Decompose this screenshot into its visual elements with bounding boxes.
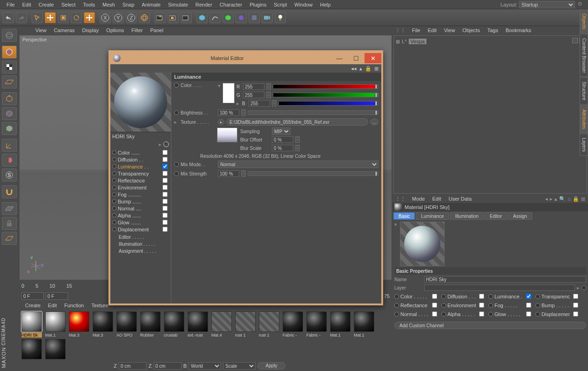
texture-mode-icon[interactable] [2,61,17,74]
material-swatch[interactable]: Rubber [139,311,162,337]
layout-select[interactable]: Startup [519,1,575,8]
camera-icon[interactable] [262,12,273,23]
maximize-icon[interactable]: ☐ [348,53,365,63]
blur-scale-input[interactable] [272,145,293,151]
channel-bump-checkbox[interactable] [573,303,578,308]
coord-z1-input[interactable] [119,362,147,370]
attr-nav-icon[interactable]: ◂ [545,196,548,202]
menu-snap[interactable]: Snap [119,0,138,9]
dlg-channel-environment[interactable]: Environment [112,184,169,191]
channel-color-checkbox[interactable] [432,294,437,299]
spline-icon[interactable] [210,12,221,23]
material-layer-input[interactable] [424,284,575,291]
dlg-channel-fog[interactable]: Fog ......... [112,191,169,198]
tab-editor[interactable]: Editor [485,212,507,220]
texture-browse-icon[interactable]: … [370,119,378,125]
menu-plugins[interactable]: Plugins [246,0,270,9]
3d-snap-icon[interactable] [2,232,17,245]
move-icon[interactable] [45,12,56,23]
make-editable-icon[interactable] [2,29,17,42]
channel-normal-checkbox[interactable] [432,311,437,317]
undo-icon[interactable] [3,12,14,23]
matmenu-edit[interactable]: Edit [44,302,61,309]
objmenu-file[interactable]: File [408,27,424,34]
dialog-titlebar[interactable]: Material Editor — ☐ ✕ [110,52,381,64]
nav-up-icon[interactable]: ▴ [359,66,362,72]
layer-clear-icon[interactable] [581,285,586,290]
menu-file[interactable]: File [3,0,19,9]
scale-icon[interactable] [58,12,69,23]
color-g-input[interactable] [243,92,264,98]
lock-icon[interactable] [2,217,17,230]
mix-strength-input[interactable] [218,170,239,177]
apply-button[interactable]: Apply [257,362,285,370]
material-swatch[interactable]: Mat.3 [92,311,114,337]
redo-icon[interactable] [16,12,27,23]
color-swatch[interactable] [223,83,235,103]
lock-b-icon[interactable]: ⊞ [374,66,378,72]
channel-reflectance-checkbox[interactable] [432,303,437,308]
dlg-channel-bump[interactable]: Bump ...... [112,198,169,205]
dlg-sub-illumination[interactable]: Illumination . . . . . [110,241,171,248]
slider-r[interactable] [273,84,378,89]
attrmenu-user-data[interactable]: User Data [445,195,476,202]
snap-toggle-icon[interactable]: S [2,169,17,182]
menu-mesh[interactable]: Mesh [99,0,119,9]
frame-to-input[interactable] [46,292,68,300]
minimize-icon[interactable]: — [331,53,348,63]
texture-path[interactable]: E:\3D\sIBLedit\hdre\hdre_055\hdre_055_Re… [226,118,368,126]
render-region-icon[interactable] [168,12,179,23]
environment-icon[interactable] [249,12,260,23]
menu-select[interactable]: Select [58,0,80,9]
channel-transparency-checkbox[interactable] [573,294,578,299]
close-icon[interactable]: ✕ [365,53,381,63]
material-swatch[interactable]: crustab [163,311,185,337]
material-swatch[interactable]: Mat.1 [44,339,67,361]
dlg-sub-assignment[interactable]: Assignment . . . . . [110,248,171,255]
menu-create[interactable]: Create [35,0,58,9]
viewmenu-display[interactable]: Display [78,27,102,34]
edges-mode-icon[interactable] [2,107,17,120]
attr-nav-icon[interactable]: 🔍 [559,196,566,202]
dlg-channel-displacement[interactable]: Displacement [112,226,169,233]
material-swatch[interactable]: Mat.4 [210,311,233,337]
channel-displacement-checkbox[interactable] [573,311,578,317]
attr-nav-icon[interactable]: ⊞ [581,196,585,202]
axis-x-icon[interactable]: X [100,12,111,23]
tweak-icon[interactable] [2,154,17,167]
dlg-channel-alpha[interactable]: Alpha ...... [112,212,169,219]
sidetab-content-browser[interactable]: Content Browser [580,34,588,77]
blur-offset-input[interactable] [272,136,293,143]
color-r-input[interactable] [243,83,264,90]
dlg-channel-luminance[interactable]: Luminance . . [112,163,169,170]
channel-luminance-checkbox[interactable] [526,294,531,299]
deformer-icon[interactable] [236,12,247,23]
texture-thumb[interactable] [217,128,237,142]
slider-brightness[interactable] [248,110,378,115]
add-custom-channel-button[interactable]: Add Custom Channel [394,322,586,329]
attrmenu-mode[interactable]: Mode [408,195,429,202]
cube-icon[interactable] [196,12,208,23]
slider-mix-strength[interactable] [248,171,378,176]
menu-simulate[interactable]: Simulate [164,0,192,9]
matmenu-create[interactable]: Create [21,302,44,309]
slider-g[interactable] [273,93,378,97]
points-mode-icon[interactable] [2,92,17,105]
rotate-icon[interactable] [71,12,82,23]
material-swatch[interactable]: ext.-rust [187,311,209,337]
texture-menu-icon[interactable]: ▸ [218,119,224,125]
menu-render[interactable]: Render [192,0,216,9]
generator-icon[interactable] [223,12,234,23]
viewmenu-cameras[interactable]: Cameras [50,27,79,34]
material-swatch[interactable]: Fabric - [305,311,328,337]
channel-glow-checkbox[interactable] [526,311,531,317]
dlg-channel-reflectance[interactable]: Reflectance [112,177,169,184]
frame-from-input[interactable] [21,292,44,300]
attr-nav-icon[interactable]: ▸ [550,196,553,202]
material-swatch[interactable]: Mat.1 [329,311,351,337]
slider-b[interactable] [278,101,378,106]
material-swatch[interactable]: Mat.1 [20,339,43,361]
coord-mode-select[interactable]: Scale [223,362,256,370]
render-icon[interactable] [155,12,166,23]
viewmenu-options[interactable]: Options [102,27,128,34]
